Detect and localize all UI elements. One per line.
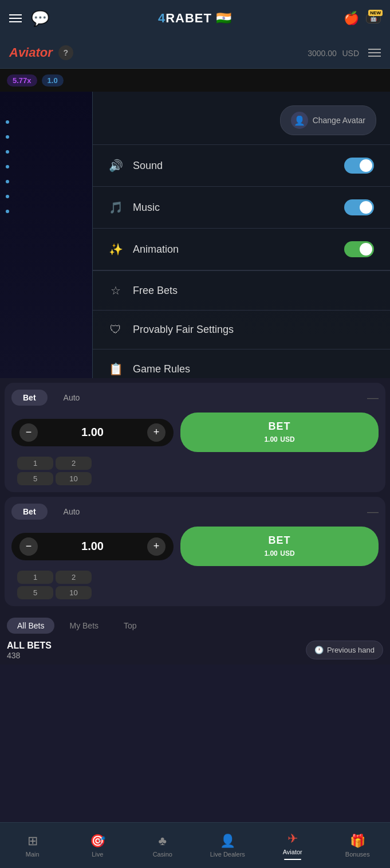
nav-label-casino: Casino [153, 851, 172, 858]
menu-section-settings: ☆ Free Bets 🛡 Provably Fair Settings 📋 G [93, 270, 390, 378]
bet-plus-2[interactable]: + [147, 537, 166, 556]
top-nav-left: 💬 [9, 10, 49, 28]
multiplier-pill-0: 5.77x [7, 74, 37, 87]
game-canvas: 👤 Change Avatar 🔊 Sound [0, 92, 390, 378]
game-header: Aviator ? 3000.00 USD [0, 37, 390, 69]
music-toggle[interactable] [344, 199, 374, 215]
bet-button-amount-2: 1.00 USD [264, 548, 294, 558]
quick-bet-2-2[interactable]: 2 [56, 571, 92, 584]
menu-item-music[interactable]: 🎵 Music [93, 187, 390, 229]
sound-toggle[interactable] [344, 158, 374, 174]
nav-label-bonuses: Bonuses [345, 851, 370, 858]
bet-minus-1[interactable]: − [19, 423, 38, 442]
android-badge[interactable]: 🤖 NEW [366, 14, 381, 23]
bet-plus-1[interactable]: + [147, 423, 166, 442]
bet-button-label-2: BET [269, 535, 291, 547]
change-avatar-button[interactable]: 👤 Change Avatar [280, 105, 376, 135]
all-bets-title: ALL BETS [7, 641, 52, 651]
plane-icon: ✈ [287, 831, 298, 846]
bet-tabs-1: Bet Auto — [11, 390, 379, 406]
star-icon: ☆ [109, 284, 123, 297]
music-label: Music [133, 202, 160, 214]
chat-icon[interactable]: 💬 [31, 10, 49, 28]
bet-amount-value-2: 1.00 [42, 540, 143, 553]
provably-fair-label: Provably Fair Settings [133, 324, 234, 336]
nav-item-aviator[interactable]: ✈ Aviator [260, 827, 325, 865]
nav-label-aviator: Aviator [283, 849, 302, 855]
settings-menu-button[interactable] [368, 49, 381, 57]
apple-icon[interactable]: 🍎 [344, 11, 359, 26]
menu-item-animation[interactable]: ✨ Animation [93, 229, 390, 270]
rules-icon: 📋 [109, 362, 123, 376]
nav-item-live-dealers[interactable]: 👤 Live Dealers [195, 829, 261, 862]
quick-bet-1-3[interactable]: 5 [17, 472, 53, 485]
nav-item-bonuses[interactable]: 🎁 Bonuses [325, 829, 391, 862]
balance-currency: USD [342, 49, 359, 58]
animation-label: Animation [133, 243, 179, 256]
multiplier-bar: 5.77x 1.0 [0, 69, 390, 92]
bet-tab-1-auto[interactable]: Auto [52, 390, 92, 406]
bet-button-2[interactable]: BET 1.00 USD [180, 527, 379, 566]
avatar-icon: 👤 [291, 112, 308, 129]
nav-active-underline [284, 859, 301, 860]
bet-tab-separator-2: — [367, 505, 379, 519]
hamburger-menu-icon[interactable] [9, 14, 22, 22]
bet-panel-1: Bet Auto — − 1.00 + BET 1.00 USD 1 2 5 1… [5, 383, 385, 492]
sound-icon: 🔊 [109, 159, 123, 172]
grid-icon: ⊞ [27, 834, 38, 849]
menu-item-game-rules[interactable]: 📋 Game Rules [93, 349, 390, 378]
nav-label-live-dealers: Live Dealers [210, 851, 245, 858]
bet-tab-2-bet[interactable]: Bet [11, 504, 48, 520]
quick-bet-2-3[interactable]: 5 [17, 586, 53, 599]
settings-overlay-menu: 👤 Change Avatar 🔊 Sound [92, 92, 390, 378]
menu-item-sound[interactable]: 🔊 Sound [93, 145, 390, 187]
new-badge: NEW [368, 10, 383, 16]
bet-button-1[interactable]: BET 1.00 USD [180, 413, 379, 452]
quick-bet-1-2[interactable]: 2 [56, 457, 92, 470]
bet-tab-separator-1: — [367, 391, 379, 404]
menu-item-free-bets[interactable]: ☆ Free Bets [93, 271, 390, 311]
quick-bet-1-4[interactable]: 10 [56, 472, 92, 485]
quick-bet-1-1[interactable]: 1 [17, 457, 53, 470]
aviator-logo: Aviator [9, 45, 53, 60]
nav-item-main[interactable]: ⊞ Main [0, 829, 65, 862]
bet-currency-2: USD [280, 549, 294, 557]
all-bets-section: All Bets My Bets Top ALL BETS 438 🕐 Prev… [0, 611, 390, 665]
quick-bet-2-1[interactable]: 1 [17, 571, 53, 584]
all-bets-tab-my[interactable]: My Bets [59, 618, 109, 634]
multiplier-pill-1: 1.0 [42, 74, 64, 87]
balance-value: 3000.00 [308, 49, 337, 58]
top-nav: 💬 4RABET 🇮🇳 🍎 🤖 NEW [0, 0, 390, 37]
help-button[interactable]: ? [58, 45, 73, 60]
bet-tab-1-bet[interactable]: Bet [11, 390, 48, 406]
quick-bet-2-4[interactable]: 10 [56, 586, 92, 599]
brand-logo: 4RABET 🇮🇳 [158, 11, 232, 26]
prev-hand-label: Previous hand [327, 646, 375, 654]
all-bets-tab-top[interactable]: Top [113, 618, 147, 634]
menu-item-provably-fair[interactable]: 🛡 Provably Fair Settings [93, 311, 390, 349]
all-bets-header: ALL BETS 438 🕐 Previous hand [7, 641, 383, 665]
bottom-nav: ⊞ Main 🎯 Live ♣ Casino 👤 Live Dealers ✈ … [0, 822, 390, 868]
bet-row-2: − 1.00 + BET 1.00 USD [11, 527, 379, 566]
sound-label: Sound [133, 160, 163, 172]
nav-label-main: Main [26, 851, 40, 858]
all-bets-tab-all[interactable]: All Bets [7, 618, 54, 634]
animation-toggle[interactable] [344, 241, 374, 257]
bet-row-1: − 1.00 + BET 1.00 USD [11, 413, 379, 452]
all-bets-tabs: All Bets My Bets Top [7, 611, 383, 641]
bet-button-label-1: BET [269, 421, 291, 433]
menu-section-toggles: 🔊 Sound 🎵 Music [93, 144, 390, 270]
bet-panels: Bet Auto — − 1.00 + BET 1.00 USD 1 2 5 1… [0, 378, 390, 611]
previous-hand-button[interactable]: 🕐 Previous hand [306, 641, 383, 659]
quick-bets-2: 1 2 5 10 [11, 571, 92, 599]
all-bets-count: 438 [7, 651, 52, 660]
bet-minus-2[interactable]: − [19, 537, 38, 556]
club-icon: ♣ [159, 834, 167, 849]
nav-label-live: Live [92, 851, 103, 858]
bet-tab-2-auto[interactable]: Auto [52, 504, 92, 520]
animation-icon: ✨ [109, 242, 123, 256]
nav-item-casino[interactable]: ♣ Casino [130, 829, 195, 862]
history-clock-icon: 🕐 [314, 646, 324, 654]
nav-item-live[interactable]: 🎯 Live [65, 829, 131, 862]
dots-decoration [6, 120, 9, 213]
